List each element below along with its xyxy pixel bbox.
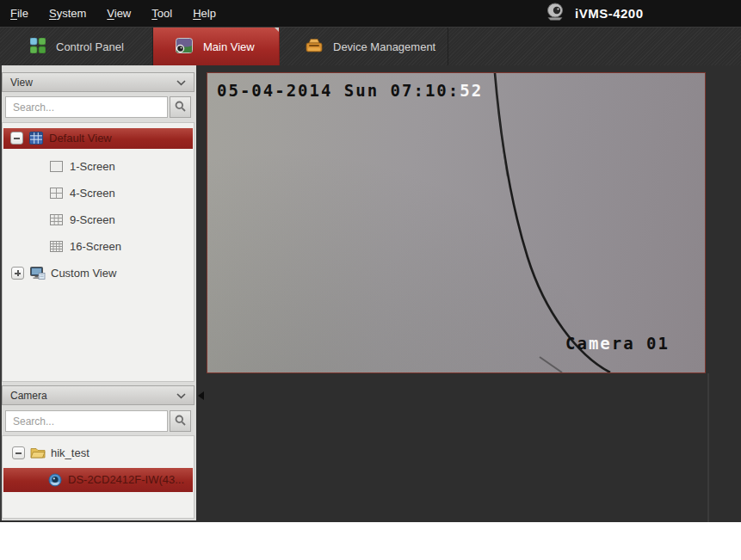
expand-icon[interactable]	[11, 267, 24, 280]
tree-item-label: 4-Screen	[70, 183, 115, 204]
menu-view[interactable]: View	[96, 0, 141, 27]
tree-item-16-screen[interactable]: 16-Screen	[3, 237, 193, 257]
menu-bar: File System View Tool Help iVMS-4200	[0, 0, 741, 27]
screen-1-icon	[50, 160, 63, 175]
tab-device-management[interactable]: Device Management	[280, 28, 448, 65]
tab-control-panel[interactable]: Control Panel	[0, 28, 153, 65]
tree-item-label: Custom View	[51, 263, 116, 284]
camera-logo-icon	[546, 3, 566, 24]
wall-crack-overlay	[207, 73, 705, 372]
tree-item-label: hik_test	[51, 443, 90, 464]
camera-device-icon	[48, 473, 62, 490]
camera-search-input[interactable]	[5, 410, 168, 432]
view-tree: Default View 1-Screen 4-Screen	[2, 122, 195, 382]
collapse-icon[interactable]	[10, 132, 23, 145]
tree-item-camera[interactable]: DS-2CD2412F-IW(43...	[3, 468, 193, 492]
video-frame-camera01[interactable]: 05-04-2014 Sun 07:10:52 Camera 01	[207, 72, 706, 373]
tab-main-view[interactable]: Main View	[153, 28, 280, 65]
main-view-icon	[176, 38, 193, 56]
tree-item-device-group[interactable]: hik_test	[3, 443, 193, 464]
ivms-window: File System View Tool Help iVMS-4200	[0, 0, 741, 522]
app-title: iVMS-4200	[575, 6, 644, 21]
menu-system[interactable]: System	[39, 0, 96, 27]
sidebar-splitter[interactable]	[196, 65, 207, 522]
view-table-icon	[29, 132, 43, 148]
menu-file[interactable]: File	[0, 0, 39, 27]
camera-panel-title: Camera	[10, 390, 47, 402]
tab-label: Device Management	[333, 40, 435, 53]
tab-label: Main View	[203, 40, 255, 53]
camera-panel-header[interactable]: Camera	[2, 385, 195, 405]
video-grid: 05-04-2014 Sun 07:10:52 Camera 01	[207, 65, 741, 522]
camera-tree: hik_test DS-2CD2412F-IW(43...	[2, 435, 195, 519]
tree-item-default-view[interactable]: Default View	[3, 128, 193, 149]
tab-bar: Control Panel Main View	[0, 27, 741, 65]
menu-tool[interactable]: Tool	[141, 0, 182, 27]
tree-item-label: 1-Screen	[70, 157, 115, 177]
screen-9-icon	[50, 213, 63, 229]
view-search-button[interactable]	[170, 96, 191, 118]
folder-icon	[30, 446, 46, 462]
tab-label: Control Panel	[56, 40, 124, 53]
tree-item-custom-view[interactable]: Custom View	[3, 263, 193, 284]
camera-search-row	[5, 410, 191, 432]
view-search-row	[5, 96, 191, 118]
osd-timestamp: 05-04-2014 Sun 07:10:52	[217, 81, 483, 100]
chevron-down-icon[interactable]	[176, 390, 186, 402]
collapse-sidebar-arrow-icon[interactable]	[198, 391, 204, 400]
view-panel-header[interactable]: View	[2, 72, 195, 92]
custom-view-icon	[30, 267, 46, 283]
camera-search-button[interactable]	[170, 410, 191, 432]
tree-item-label: 16-Screen	[70, 237, 121, 257]
search-icon	[175, 101, 186, 114]
view-panel-title: View	[10, 77, 33, 89]
device-management-icon	[306, 38, 323, 55]
app-logo: iVMS-4200	[546, 2, 644, 25]
search-icon	[175, 415, 186, 428]
osd-camera-name: Camera 01	[565, 334, 670, 353]
tree-item-label: DS-2CD2412F-IW(43...	[68, 468, 184, 492]
menu-help[interactable]: Help	[182, 0, 226, 27]
tree-item-1-screen[interactable]: 1-Screen	[3, 157, 193, 177]
tree-item-label: Default View	[49, 128, 112, 149]
screen-16-icon	[50, 240, 63, 255]
tree-item-label: 9-Screen	[70, 210, 115, 231]
tree-item-9-screen[interactable]: 9-Screen	[3, 210, 193, 231]
control-panel-icon	[30, 38, 46, 56]
screen-4-icon	[50, 187, 63, 202]
view-search-input[interactable]	[5, 96, 168, 118]
chevron-down-icon[interactable]	[176, 77, 186, 89]
sidebar: View	[0, 65, 196, 520]
collapse-icon[interactable]	[12, 446, 25, 459]
video-grid-divider	[707, 373, 709, 522]
tree-item-4-screen[interactable]: 4-Screen	[3, 183, 193, 204]
